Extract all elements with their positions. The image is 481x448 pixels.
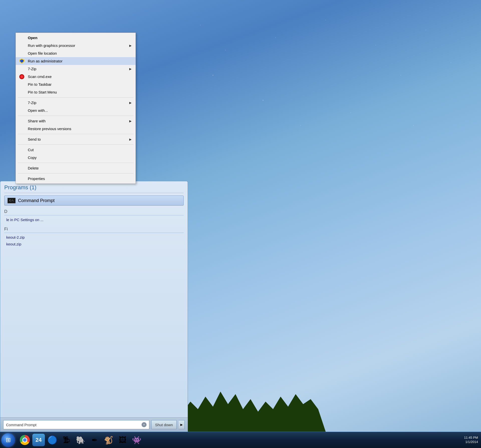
torch-icon: 🔵 bbox=[47, 435, 57, 445]
recent-item-3[interactable]: keout.zip bbox=[4, 241, 184, 247]
recent-item-2[interactable]: keout-2.zip bbox=[4, 234, 184, 241]
ctx-item-send-to[interactable]: Send to ▶ bbox=[16, 135, 136, 143]
section-d: D bbox=[4, 208, 184, 215]
ctx-item-delete[interactable]: Delete bbox=[16, 164, 136, 172]
taskbar-icon-calendar[interactable]: 24 bbox=[32, 434, 45, 446]
taskbar-icon-torch[interactable]: 🔵 bbox=[46, 433, 59, 446]
ctx-pin-taskbar-label: Pin to Taskbar bbox=[28, 82, 52, 86]
purple-app-icon: 👾 bbox=[132, 436, 141, 444]
ctx-item-properties[interactable]: Properties bbox=[16, 175, 136, 183]
taskbar-icon-stylus[interactable]: ✒ bbox=[88, 433, 101, 446]
cmd-icon: C:\ bbox=[8, 198, 16, 203]
ctx-item-pin-start[interactable]: Pin to Start Menu bbox=[16, 88, 136, 96]
recent-item-1[interactable]: le in PC Settings on ... bbox=[4, 216, 184, 223]
ctx-item-run-as-admin[interactable]: Run as administrator bbox=[16, 57, 136, 65]
taskbar-icon-winzip[interactable]: 🗜 bbox=[60, 433, 73, 446]
start-button[interactable] bbox=[0, 432, 16, 448]
ctx-item-copy[interactable]: Copy bbox=[16, 154, 136, 161]
evernote-icon: 🐘 bbox=[76, 436, 85, 444]
command-prompt-label: Command Prompt bbox=[18, 198, 55, 203]
winzip-icon: 🗜 bbox=[63, 436, 70, 444]
ctx-item-open-with[interactable]: Open with... bbox=[16, 107, 136, 114]
scan-icon bbox=[19, 74, 24, 79]
ctx-7zip-1-arrow: ▶ bbox=[129, 67, 132, 71]
taskbar-icons: 24 🔵 🗜 🐘 ✒ 🐒 🖼 👾 bbox=[16, 432, 145, 448]
ctx-7zip-1-label: 7-Zip bbox=[28, 67, 36, 71]
ctx-run-gpu-arrow: ▶ bbox=[129, 44, 132, 47]
start-search-bar: Command Prompt × Shut down ▶ bbox=[0, 417, 188, 432]
ctx-separator-1 bbox=[18, 97, 134, 98]
search-input-text: Command Prompt bbox=[6, 423, 142, 427]
ctx-open-label: Open bbox=[28, 36, 37, 40]
ctx-item-cut[interactable]: Cut bbox=[16, 146, 136, 154]
recent-items-d: le in PC Settings on ... bbox=[4, 216, 184, 223]
shield-icon bbox=[19, 59, 24, 64]
programs-header: Programs (1) bbox=[4, 184, 184, 193]
ctx-item-scan-cmd[interactable]: Scan cmd.exe bbox=[16, 73, 136, 80]
ctx-open-with-label: Open with... bbox=[28, 108, 48, 113]
shield-icon-container bbox=[19, 58, 25, 64]
chrome-icon bbox=[20, 435, 30, 445]
search-clear-button[interactable]: × bbox=[142, 422, 147, 427]
shutdown-arrow-button[interactable]: ▶ bbox=[179, 420, 185, 429]
taskbar-icon-picmonkey[interactable]: 🐒 bbox=[102, 433, 115, 446]
ctx-item-7zip-1[interactable]: 7-Zip ▶ bbox=[16, 65, 136, 73]
stylus-icon: ✒ bbox=[91, 436, 98, 444]
taskbar-icon-photoshow[interactable]: 🖼 bbox=[116, 433, 129, 446]
command-prompt-item[interactable]: C:\ Command Prompt bbox=[4, 196, 184, 206]
shutdown-button[interactable]: Shut down bbox=[151, 420, 177, 429]
photoshow-icon: 🖼 bbox=[119, 436, 126, 444]
taskbar: 24 🔵 🗜 🐘 ✒ 🐒 🖼 👾 11:4 bbox=[0, 432, 481, 448]
start-menu: Programs (1) C:\ Command Prompt D le in … bbox=[0, 181, 188, 432]
taskbar-icon-chrome[interactable] bbox=[18, 433, 31, 446]
ctx-item-pin-taskbar[interactable]: Pin to Taskbar bbox=[16, 80, 136, 88]
ctx-scan-cmd-label: Scan cmd.exe bbox=[28, 74, 52, 79]
scan-icon-container bbox=[19, 74, 25, 80]
ctx-item-7zip-2[interactable]: 7-Zip ▶ bbox=[16, 99, 136, 107]
ctx-copy-label: Copy bbox=[28, 155, 37, 160]
ctx-run-gpu-label: Run with graphics processor bbox=[28, 43, 75, 48]
ctx-item-share-with[interactable]: Share with ▶ bbox=[16, 117, 136, 125]
recent-items-fi: keout-2.zip keout.zip bbox=[4, 234, 184, 247]
ctx-send-to-arrow: ▶ bbox=[129, 138, 132, 141]
system-tray: 11:45 PM 1/1/2014 bbox=[464, 436, 481, 444]
ctx-separator-3 bbox=[18, 134, 134, 134]
ctx-send-to-label: Send to bbox=[28, 137, 41, 141]
ctx-separator-6 bbox=[18, 173, 134, 173]
ctx-properties-label: Properties bbox=[28, 176, 45, 181]
ctx-pin-start-label: Pin to Start Menu bbox=[28, 90, 57, 94]
ctx-delete-label: Delete bbox=[28, 166, 39, 170]
ctx-item-open[interactable]: Open bbox=[16, 34, 136, 42]
date-display: 1/1/2014 bbox=[464, 440, 478, 444]
search-input-box[interactable]: Command Prompt × bbox=[3, 420, 149, 429]
section-fi: Fi bbox=[4, 225, 184, 233]
ctx-open-file-location-label: Open file location bbox=[28, 51, 57, 55]
ctx-separator-4 bbox=[18, 144, 134, 145]
ctx-item-run-gpu[interactable]: Run with graphics processor ▶ bbox=[16, 42, 136, 49]
start-orb[interactable] bbox=[1, 433, 15, 447]
ctx-cut-label: Cut bbox=[28, 148, 34, 152]
ctx-7zip-2-arrow: ▶ bbox=[129, 101, 132, 105]
ctx-separator-2 bbox=[18, 116, 134, 116]
taskbar-icon-purple[interactable]: 👾 bbox=[130, 433, 143, 446]
calendar-icon: 24 bbox=[36, 437, 42, 443]
clock: 11:45 PM 1/1/2014 bbox=[464, 436, 478, 444]
ctx-run-as-admin-label: Run as administrator bbox=[28, 59, 62, 63]
ctx-item-restore-versions[interactable]: Restore previous versions bbox=[16, 125, 136, 133]
context-menu: Open Run with graphics processor ▶ Open … bbox=[16, 33, 136, 184]
ctx-7zip-2-label: 7-Zip bbox=[28, 101, 36, 105]
ctx-restore-versions-label: Restore previous versions bbox=[28, 127, 71, 131]
picmonkey-icon: 🐒 bbox=[104, 436, 113, 444]
ctx-share-with-label: Share with bbox=[28, 119, 46, 123]
ctx-separator-5 bbox=[18, 163, 134, 163]
taskbar-icon-evernote[interactable]: 🐘 bbox=[74, 433, 87, 446]
time-display: 11:45 PM bbox=[464, 436, 478, 440]
ctx-share-with-arrow: ▶ bbox=[129, 119, 132, 123]
ctx-item-open-file-location[interactable]: Open file location bbox=[16, 49, 136, 57]
